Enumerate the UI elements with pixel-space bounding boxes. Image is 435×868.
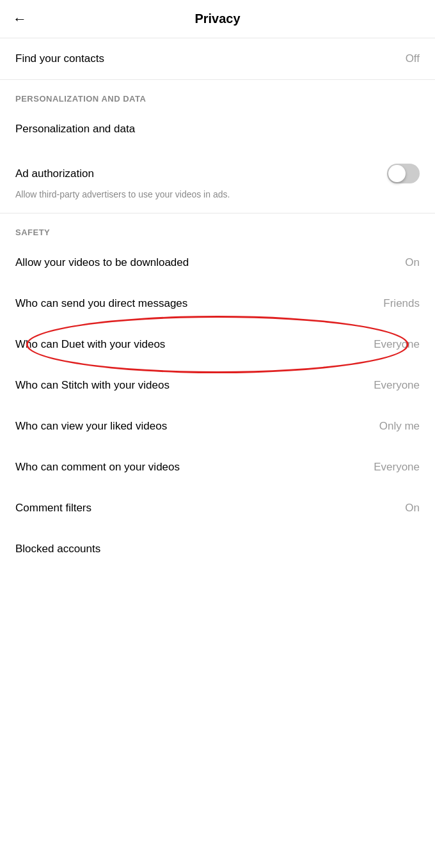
toggle-thumb [388, 165, 406, 182]
page-title: Privacy [194, 12, 240, 26]
comment-value: Everyone [374, 461, 420, 474]
comment-filters-row[interactable]: Comment filters On [0, 488, 435, 529]
ad-authorization-toggle[interactable] [387, 164, 420, 183]
safety-section-label: SAFETY [0, 213, 435, 242]
find-contacts-label: Find your contacts [15, 52, 398, 65]
comment-filters-value: On [405, 502, 420, 515]
blocked-accounts-row[interactable]: Blocked accounts [0, 529, 435, 570]
find-contacts-row[interactable]: Find your contacts Off [0, 38, 435, 79]
personalization-data-label: Personalization and data [15, 123, 420, 136]
stitch-value: Everyone [374, 379, 420, 392]
back-button[interactable]: ← [13, 11, 27, 27]
personalization-section-label: PERSONALIZATION AND DATA [0, 80, 435, 109]
ad-authorization-label: Ad authorization [15, 167, 387, 180]
direct-messages-label: Who can send you direct messages [15, 297, 376, 310]
liked-videos-row[interactable]: Who can view your liked videos Only me [0, 406, 435, 447]
duet-row[interactable]: Who can Duet with your videos Everyone [0, 324, 435, 365]
liked-videos-value: Only me [379, 420, 420, 433]
comment-filters-label: Comment filters [15, 502, 397, 515]
stitch-row[interactable]: Who can Stitch with your videos Everyone [0, 365, 435, 406]
direct-messages-row[interactable]: Who can send you direct messages Friends [0, 283, 435, 324]
duet-value: Everyone [374, 338, 420, 351]
allow-downloads-value: On [405, 256, 420, 269]
duet-label: Who can Duet with your videos [15, 338, 366, 351]
liked-videos-label: Who can view your liked videos [15, 420, 372, 433]
ad-authorization-description: Allow third-party advertisers to use you… [0, 189, 435, 213]
comment-label: Who can comment on your videos [15, 461, 366, 474]
find-contacts-value: Off [406, 52, 420, 65]
direct-messages-value: Friends [383, 297, 420, 310]
allow-downloads-label: Allow your videos to be downloaded [15, 256, 397, 269]
personalization-data-row[interactable]: Personalization and data [0, 109, 435, 150]
ad-authorization-row[interactable]: Ad authorization [0, 150, 435, 189]
header: ← Privacy [0, 0, 435, 38]
comment-row[interactable]: Who can comment on your videos Everyone [0, 447, 435, 488]
duet-row-wrapper: Who can Duet with your videos Everyone [0, 324, 435, 365]
blocked-accounts-label: Blocked accounts [15, 543, 420, 555]
stitch-label: Who can Stitch with your videos [15, 379, 366, 392]
allow-downloads-row[interactable]: Allow your videos to be downloaded On [0, 242, 435, 283]
